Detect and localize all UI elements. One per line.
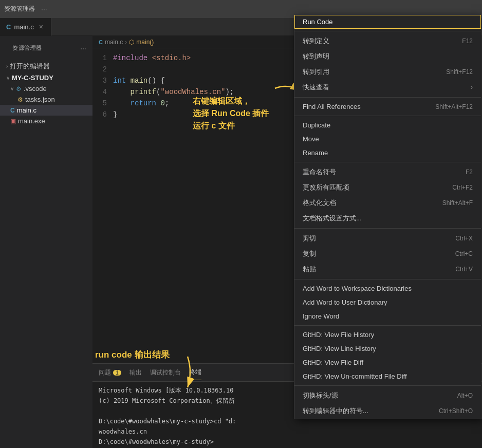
- cm-add-user-dict-label: Add Word to User Dictionary: [303, 298, 387, 306]
- cm-format-document[interactable]: 格式化文档 Shift+Alt+F: [294, 195, 481, 211]
- tab-debug-console[interactable]: 调试控制台: [150, 365, 181, 380]
- cm-goto-declaration-label: 转到声明: [303, 52, 329, 61]
- tab-terminal[interactable]: 终端: [189, 365, 201, 380]
- cm-goto-symbol-shortcut: Ctrl+Shift+O: [439, 407, 473, 415]
- exe-file-icon: ▣: [10, 118, 16, 125]
- cm-format-doc-with[interactable]: 文档格式设置方式...: [294, 211, 481, 226]
- cm-ignore-word[interactable]: Ignore Word: [294, 309, 481, 323]
- cm-find-all-refs[interactable]: Find All References Shift+Alt+F12: [294, 100, 481, 114]
- debug-console-label: 调试控制台: [150, 368, 181, 377]
- sidebar-item-vscode[interactable]: ∨ ⚙ .vscode: [0, 83, 92, 94]
- cm-duplicate-label: Duplicate: [303, 121, 330, 129]
- cm-githd-file-history[interactable]: GitHD: View File History: [294, 328, 481, 342]
- main-c-label: main.c: [17, 106, 36, 114]
- cm-switch-header-source-label: 切换标头/源: [303, 391, 338, 400]
- tab-output[interactable]: 输出: [129, 365, 142, 380]
- titlebar-dots: ···: [41, 5, 47, 13]
- cm-sep-3: [294, 116, 481, 116]
- sidebar: 资源管理器 ··· › 打开的编辑器 ∨ MY-C-STUDY ∨ ⚙ .vsc…: [0, 36, 92, 448]
- cm-sep-5: [294, 228, 481, 229]
- cm-rename-symbol-label: 重命名符号: [303, 167, 336, 177]
- cm-change-all-occurrences-label: 更改所有匹配项: [303, 183, 349, 192]
- cm-change-all-occurrences-shortcut: Ctrl+F2: [452, 184, 473, 191]
- cm-goto-symbol[interactable]: 转到编辑器中的符号... Ctrl+Shift+O: [294, 403, 481, 419]
- sidebar-menu-icon[interactable]: ···: [80, 44, 86, 52]
- cm-format-document-shortcut: Shift+Alt+F: [442, 199, 473, 207]
- problems-badge: 1: [113, 370, 121, 376]
- cm-duplicate[interactable]: Duplicate: [294, 118, 481, 132]
- tasks-json-label: tasks.json: [25, 96, 55, 103]
- sidebar-item-main-exe[interactable]: ▣ main.exe: [0, 116, 92, 126]
- tab-label: main.c: [14, 23, 33, 31]
- cm-sep-6: [294, 279, 481, 279]
- cm-goto-definition-label: 转到定义: [303, 36, 329, 46]
- cm-sep-4: [294, 162, 481, 162]
- cm-goto-declaration[interactable]: 转到声明: [294, 49, 481, 64]
- cm-switch-header-source[interactable]: 切换标头/源 Alt+O: [294, 388, 481, 403]
- cm-paste-label: 粘贴: [303, 265, 316, 274]
- sidebar-item-tasks-json[interactable]: ⚙ tasks.json: [0, 94, 92, 105]
- cm-githd-file-history-label: GitHD: View File History: [303, 331, 374, 339]
- main-c-tab[interactable]: C main.c ×: [0, 18, 51, 36]
- terminal-label: 终端: [189, 368, 201, 377]
- cm-goto-references[interactable]: 转到引用 Shift+F12: [294, 64, 481, 80]
- vscode-folder-label: .vscode: [24, 85, 47, 92]
- cm-move[interactable]: Move: [294, 132, 481, 146]
- cm-rename-label: Rename: [303, 149, 328, 157]
- cm-add-workspace-dict[interactable]: Add Word to Workspace Dictionaries: [294, 282, 481, 295]
- cm-cut-label: 剪切: [303, 234, 316, 243]
- cm-cut[interactable]: 剪切 Ctrl+X: [294, 231, 481, 246]
- sidebar-item-project[interactable]: ∨ MY-C-STUDY: [0, 72, 92, 83]
- sidebar-item-main-c[interactable]: C main.c: [0, 105, 92, 116]
- cm-quick-peek-arrow: ›: [471, 84, 473, 91]
- cm-goto-symbol-label: 转到编辑器中的符号...: [303, 406, 368, 416]
- cm-cut-shortcut: Ctrl+X: [455, 235, 473, 242]
- open-editors-label: 打开的编辑器: [10, 62, 50, 71]
- cm-paste-shortcut: Ctrl+V: [455, 266, 473, 273]
- cm-change-all-occurrences[interactable]: 更改所有匹配项 Ctrl+F2: [294, 180, 481, 195]
- term-line-6: D:\code\#woodwhales\my-c-study>: [99, 437, 476, 446]
- tab-problems[interactable]: 问题 1: [99, 365, 121, 380]
- project-label: MY-C-STUDY: [12, 74, 53, 82]
- sidebar-item-open-editors[interactable]: › 打开的编辑器: [0, 60, 92, 72]
- cm-rename-symbol[interactable]: 重命名符号 F2: [294, 164, 481, 180]
- cm-rename[interactable]: Rename: [294, 146, 481, 160]
- cm-githd-file-diff-label: GitHD: View File Diff: [303, 359, 363, 366]
- main-exe-label: main.exe: [18, 117, 45, 125]
- context-menu: Run Code 转到定义 F12 转到声明 转到引用 Shift+F12 快速…: [294, 14, 481, 419]
- tab-close-button[interactable]: ×: [39, 23, 43, 31]
- cm-githd-line-history[interactable]: GitHD: View Line History: [294, 342, 481, 356]
- cm-quick-peek[interactable]: 快速查看 ›: [294, 80, 481, 95]
- cm-copy[interactable]: 复制 Ctrl+C: [294, 246, 481, 262]
- cm-move-label: Move: [303, 135, 319, 143]
- cm-run-code[interactable]: Run Code: [294, 15, 481, 29]
- breadcrumb-func: main(): [136, 39, 154, 46]
- cm-githd-uncommitted-diff-label: GitHD: View Un-committed File Diff: [303, 372, 407, 380]
- term-line-5: woodwhales.cn: [99, 427, 476, 436]
- cm-switch-header-source-shortcut: Alt+O: [457, 392, 473, 399]
- chevron-icon: ›: [6, 64, 8, 69]
- cm-sep-2: [294, 97, 481, 98]
- cm-sep-7: [294, 325, 481, 326]
- cm-copy-label: 复制: [303, 249, 316, 258]
- cm-githd-uncommitted-diff[interactable]: GitHD: View Un-committed File Diff: [294, 369, 481, 383]
- vscode-folder-icon: ⚙: [16, 85, 22, 92]
- cm-rename-symbol-shortcut: F2: [466, 169, 473, 176]
- cm-add-user-dict[interactable]: Add Word to User Dictionary: [294, 295, 481, 309]
- cm-paste[interactable]: 粘贴 Ctrl+V: [294, 262, 481, 277]
- cm-ignore-word-label: Ignore Word: [303, 312, 339, 320]
- titlebar-title: 资源管理器: [4, 5, 35, 13]
- cm-format-document-label: 格式化文档: [303, 198, 336, 208]
- cm-githd-line-history-label: GitHD: View Line History: [303, 345, 376, 352]
- chevron-down-icon: ∨: [6, 75, 10, 81]
- c-file-icon: C: [6, 23, 11, 31]
- cm-githd-file-diff[interactable]: GitHD: View File Diff: [294, 356, 481, 369]
- cm-goto-definition[interactable]: 转到定义 F12: [294, 33, 481, 49]
- sidebar-title: 资源管理器: [6, 40, 48, 56]
- chevron-right-icon: ∨: [10, 86, 14, 91]
- breadcrumb-file-icon: C: [99, 39, 103, 45]
- c-file-icon-sidebar: C: [10, 107, 15, 114]
- cm-add-workspace-dict-label: Add Word to Workspace Dictionaries: [303, 285, 412, 292]
- cm-quick-peek-label: 快速查看: [303, 83, 329, 92]
- output-label: 输出: [129, 368, 142, 377]
